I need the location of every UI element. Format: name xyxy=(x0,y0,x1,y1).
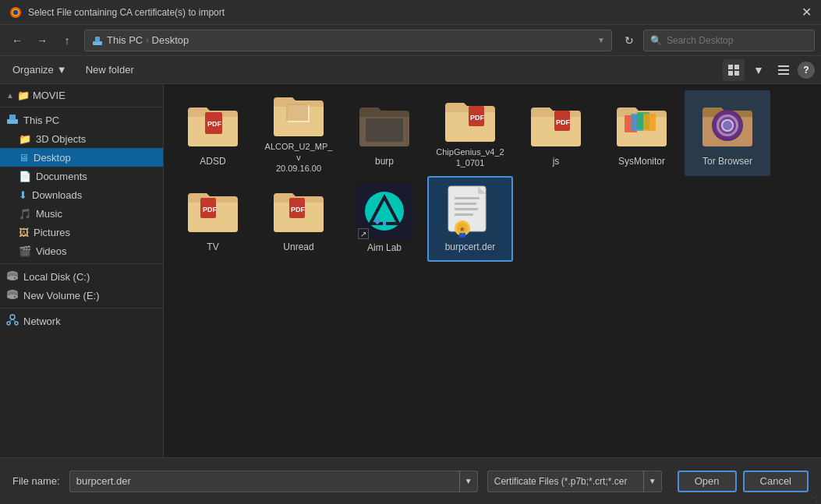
svg-text:PDF: PDF xyxy=(556,118,571,126)
burp-icon-area xyxy=(356,98,412,153)
sidebar-new-volume-label: New Volume (E:) xyxy=(23,290,100,301)
svg-text:PDF: PDF xyxy=(203,206,218,213)
chipgenius-folder-icon: PDF xyxy=(444,98,497,143)
sysmonitor-folder-icon xyxy=(615,103,668,148)
help-button[interactable]: ? xyxy=(798,62,815,79)
search-input[interactable] xyxy=(667,35,808,46)
js-icon-area: PDF xyxy=(528,98,584,153)
file-item-tv[interactable]: PDF TV xyxy=(170,176,256,262)
music-icon: 🎵 xyxy=(19,208,31,220)
sidebar-downloads-label: Downloads xyxy=(32,189,82,201)
chipgenius-label: ChipGenius_v4_21_0701 xyxy=(436,146,504,169)
file-item-sysmonitor[interactable]: SysMonitor xyxy=(599,90,685,176)
sidebar-item-network[interactable]: Network xyxy=(0,312,163,330)
sidebar-pictures-label: Pictures xyxy=(34,227,70,238)
filename-input[interactable] xyxy=(69,471,459,492)
filename-input-wrapper: ▼ xyxy=(69,471,478,492)
file-item-tor-browser[interactable]: Tor Browser xyxy=(685,90,770,176)
path-part1: This PC xyxy=(107,34,143,46)
svg-rect-47 xyxy=(383,222,386,225)
tor-inner-ring xyxy=(717,115,738,136)
file-item-unread[interactable]: PDF Unread xyxy=(256,176,341,262)
organize-button[interactable]: Organize ▼ xyxy=(6,61,73,79)
filetype-input[interactable] xyxy=(487,471,643,492)
movie-chevron: ▲ xyxy=(6,91,14,100)
dialog-title: Select File containing CA certificate(s)… xyxy=(28,7,225,18)
refresh-button[interactable]: ↻ xyxy=(618,30,640,51)
file-item-burp[interactable]: burp xyxy=(341,90,427,176)
svg-rect-4 xyxy=(95,37,100,42)
burp-folder-icon xyxy=(358,103,411,148)
path-dropdown-arrow[interactable]: ▼ xyxy=(597,36,605,44)
svg-point-17 xyxy=(14,277,16,279)
adsd-icon-area: PDF xyxy=(185,98,241,153)
sidebar-section-movie[interactable]: ▲ 📁 MOVIE xyxy=(0,87,163,104)
bottom-bar: File name: ▼ ▼ Open Cancel ⋱ xyxy=(0,457,821,504)
sidebar-desktop-label: Desktop xyxy=(34,152,71,164)
file-item-js[interactable]: PDF js xyxy=(513,90,599,176)
unread-folder-icon: PDF xyxy=(272,189,325,234)
videos-icon: 🎬 xyxy=(19,245,31,257)
filename-dropdown-button[interactable]: ▼ xyxy=(459,471,478,492)
aimlab-svg xyxy=(364,191,405,231)
new-folder-button[interactable]: New folder xyxy=(80,61,140,79)
sidebar-item-local-disk[interactable]: Local Disk (C:) xyxy=(0,267,163,286)
sidebar-item-documents[interactable]: 📄 Documents xyxy=(0,167,163,185)
forward-button[interactable]: → xyxy=(31,30,53,51)
title-bar-left: Select File containing CA certificate(s)… xyxy=(9,6,225,19)
file-item-alcor[interactable]: ALCOR_U2_MP_v20.09.16.00 xyxy=(256,90,341,176)
path-chevron1: › xyxy=(146,36,148,44)
svg-rect-57 xyxy=(459,233,462,238)
file-item-chipgenius[interactable]: PDF ChipGenius_v4_21_0701 xyxy=(427,90,513,176)
tiles-view-icon xyxy=(727,64,740,76)
svg-point-2 xyxy=(13,10,18,15)
view-dropdown-button[interactable]: ▼ xyxy=(748,59,770,81)
aimlab-label: Aim Lab xyxy=(367,242,402,255)
search-icon: 🔍 xyxy=(650,35,662,46)
tor-inner-core xyxy=(721,119,734,132)
downloads-icon: ⬇ xyxy=(19,189,27,201)
svg-text:PDF: PDF xyxy=(291,206,306,213)
burp-label: burp xyxy=(375,156,394,168)
path-bar[interactable]: This PC › Desktop ▼ xyxy=(84,30,612,51)
sidebar-item-music[interactable]: 🎵 Music xyxy=(0,204,163,223)
svg-point-21 xyxy=(14,296,16,298)
filetype-dropdown-button[interactable]: ▼ xyxy=(643,471,662,492)
tor-onion-icon xyxy=(712,110,743,141)
sidebar-item-pictures[interactable]: 🖼 Pictures xyxy=(0,223,163,241)
sidebar-item-desktop[interactable]: 🖥 Desktop xyxy=(0,148,163,167)
view-list-button[interactable] xyxy=(773,59,794,81)
sidebar-item-3d-objects[interactable]: 📁 3D Objects xyxy=(0,129,163,148)
sysmonitor-icon-area xyxy=(614,98,670,153)
svg-rect-8 xyxy=(734,71,739,76)
back-button[interactable]: ← xyxy=(6,30,28,51)
action-buttons: Open Cancel xyxy=(678,471,809,492)
list-view-icon xyxy=(777,64,790,76)
resize-handle: ⋱ xyxy=(810,494,818,502)
svg-rect-7 xyxy=(728,71,733,76)
search-bar[interactable]: 🔍 xyxy=(643,30,815,51)
sidebar-item-this-pc[interactable]: This PC xyxy=(0,111,163,129)
view-tiles-button[interactable] xyxy=(723,59,745,81)
sidebar-divider-1 xyxy=(0,107,163,107)
svg-point-20 xyxy=(7,294,18,299)
file-item-aimlab[interactable]: ↗ Aim Lab xyxy=(341,176,427,262)
svg-text:PDF: PDF xyxy=(207,120,222,128)
open-button[interactable]: Open xyxy=(678,471,737,492)
sidebar-item-downloads[interactable]: ⬇ Downloads xyxy=(0,185,163,204)
file-item-burpcert[interactable]: ★ burpcert.der xyxy=(427,176,513,262)
file-item-adsd[interactable]: PDF ADSD xyxy=(170,90,256,176)
close-button[interactable]: ✕ xyxy=(802,5,812,19)
sidebar-item-new-volume[interactable]: New Volume (E:) xyxy=(0,286,163,305)
up-button[interactable]: ↑ xyxy=(56,30,78,51)
svg-rect-39 xyxy=(643,114,656,131)
svg-rect-30 xyxy=(286,104,308,121)
svg-rect-9 xyxy=(778,65,789,67)
sidebar-item-videos[interactable]: 🎬 Videos xyxy=(0,241,163,260)
unread-label: Unread xyxy=(283,241,313,254)
organize-label: Organize xyxy=(12,64,54,76)
svg-rect-52 xyxy=(455,208,478,210)
cancel-button[interactable]: Cancel xyxy=(743,471,809,492)
svg-rect-50 xyxy=(455,197,480,199)
pictures-icon: 🖼 xyxy=(19,227,29,238)
